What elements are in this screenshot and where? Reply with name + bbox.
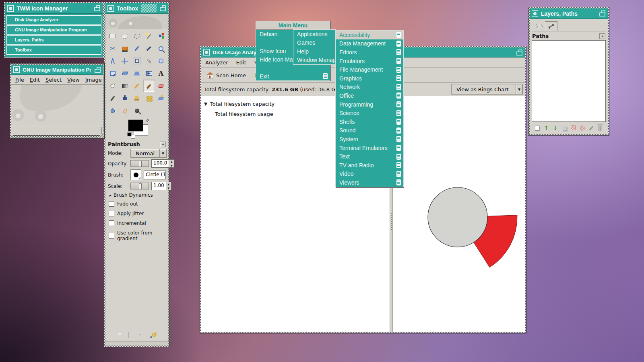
- menu-item-terminal-emulators[interactable]: Terminal Emulators: [336, 144, 403, 152]
- tab-layers[interactable]: [533, 21, 545, 31]
- resize-icon[interactable]: [94, 66, 101, 73]
- spin-up-icon[interactable]: ▲: [169, 160, 174, 164]
- brush-preview-button[interactable]: [130, 169, 141, 180]
- iconify-icon[interactable]: [13, 66, 20, 73]
- pencil-tool[interactable]: [131, 80, 143, 92]
- rings-chart[interactable]: [393, 96, 522, 332]
- move-tool[interactable]: [119, 55, 131, 67]
- select-by-color-tool[interactable]: [155, 30, 167, 42]
- opacity-spinner[interactable]: 100.0 ▲▼: [151, 159, 174, 168]
- bucket-fill-tool[interactable]: [107, 80, 119, 92]
- total-ring[interactable]: [428, 187, 487, 247]
- selection-to-path-button[interactable]: [578, 124, 586, 132]
- resize-icon[interactable]: [516, 49, 523, 56]
- fade-out-checkbox[interactable]: [109, 201, 114, 207]
- brush-name-field[interactable]: Circle (11): [144, 171, 166, 179]
- menu-item-shells[interactable]: Shells: [336, 117, 403, 126]
- perspective-tool[interactable]: [131, 67, 143, 80]
- view-selector[interactable]: View as Rings Chart ▼: [451, 84, 523, 95]
- iconmgr-item-toolbox[interactable]: Toolbox: [6, 45, 101, 55]
- align-tool[interactable]: [131, 55, 143, 67]
- gimp-canvas[interactable]: [11, 85, 103, 125]
- iconify-icon[interactable]: [532, 10, 538, 17]
- resize-icon[interactable]: [599, 10, 606, 17]
- menu-item-graphics[interactable]: Graphics: [336, 74, 403, 83]
- titlebar-layers-paths[interactable]: Layers, Paths: [530, 8, 608, 19]
- brush-dynamics-expander[interactable]: ▸ Brush Dynamics: [105, 191, 168, 199]
- resize-icon[interactable]: [94, 5, 101, 12]
- shear-tool[interactable]: [119, 67, 131, 80]
- perspective-clone-tool[interactable]: [155, 92, 167, 105]
- color-picker-tool[interactable]: [143, 42, 155, 55]
- menu-view[interactable]: View: [67, 77, 80, 83]
- menu-edit[interactable]: Edit: [30, 77, 40, 83]
- path-to-selection-button[interactable]: [569, 124, 577, 132]
- lower-path-button[interactable]: ↓: [551, 124, 559, 132]
- menu-item-network[interactable]: Network: [336, 83, 403, 92]
- menu-select[interactable]: Select: [45, 77, 62, 83]
- scan-home-button[interactable]: Scan Home: [204, 71, 249, 80]
- use-color-gradient-checkbox[interactable]: [109, 233, 114, 239]
- spin-down-icon[interactable]: ▼: [166, 186, 171, 190]
- zoom-tool[interactable]: [155, 42, 167, 55]
- incremental-checkbox[interactable]: [109, 220, 114, 226]
- spin-down-icon[interactable]: ▼: [169, 164, 174, 168]
- menu-analyzer[interactable]: Analyzer: [205, 60, 228, 66]
- menu-file[interactable]: File: [15, 77, 24, 83]
- menu-item-programming[interactable]: Programming: [336, 100, 403, 109]
- opacity-slider[interactable]: [130, 160, 149, 167]
- rotate-tool[interactable]: [155, 55, 167, 67]
- stroke-path-button[interactable]: [587, 124, 595, 132]
- delete-path-button[interactable]: [596, 124, 604, 132]
- raise-path-button[interactable]: ↑: [542, 124, 550, 132]
- iconify-icon[interactable]: [7, 5, 14, 12]
- dodge-burn-tool[interactable]: [131, 105, 143, 117]
- menu-item-editors[interactable]: Editors: [336, 48, 403, 57]
- spin-up-icon[interactable]: ▲: [166, 182, 171, 186]
- crop-tool[interactable]: [143, 55, 155, 67]
- tab-paths[interactable]: [545, 21, 557, 31]
- foreground-color-swatch[interactable]: [128, 119, 143, 132]
- paths-tool[interactable]: [131, 42, 143, 55]
- iconify-icon[interactable]: [107, 5, 114, 12]
- scale-slider[interactable]: [130, 183, 149, 189]
- menu-image[interactable]: Image: [85, 77, 102, 83]
- collapse-panel-icon[interactable]: ◂: [599, 33, 605, 39]
- reset-options-icon[interactable]: ↺: [151, 332, 157, 338]
- collapse-panel-icon[interactable]: ◂: [160, 142, 166, 147]
- new-path-button[interactable]: [533, 124, 541, 132]
- menu-item-applications[interactable]: Applications: [293, 30, 336, 39]
- menu-item-video[interactable]: Video: [336, 170, 403, 179]
- resize-icon[interactable]: [159, 5, 166, 12]
- menu-item-games[interactable]: Games: [293, 39, 336, 47]
- scissors-select-tool[interactable]: ✂: [107, 42, 119, 55]
- menu-edit[interactable]: Edit: [236, 60, 246, 66]
- paths-list[interactable]: [532, 40, 606, 122]
- gradient-tool[interactable]: [119, 80, 131, 92]
- expander-icon[interactable]: ▼: [201, 101, 210, 107]
- blur-tool[interactable]: [107, 105, 119, 117]
- text-tool[interactable]: A: [155, 67, 167, 80]
- scale-spinner[interactable]: 1.00 ▲▼: [151, 182, 171, 190]
- eraser-tool[interactable]: [155, 80, 167, 92]
- menu-item-emulators[interactable]: Emulators: [336, 57, 403, 66]
- scale-tool[interactable]: [107, 67, 119, 80]
- airbrush-tool[interactable]: [107, 92, 119, 105]
- rectangle-select-tool[interactable]: [107, 30, 119, 42]
- menu-item-help[interactable]: Help: [293, 47, 336, 56]
- menu-item-text[interactable]: Text: [336, 152, 403, 161]
- free-select-tool[interactable]: [131, 30, 143, 42]
- restore-options-icon[interactable]: [128, 332, 129, 338]
- default-colors-icon[interactable]: [127, 132, 135, 139]
- duplicate-path-button[interactable]: [560, 124, 568, 132]
- iconmgr-item-layers-paths[interactable]: Layers, Paths: [6, 35, 101, 45]
- titlebar-icon-manager[interactable]: TWM Icon Manager: [5, 3, 103, 14]
- ink-tool[interactable]: [119, 92, 131, 105]
- swap-colors-icon[interactable]: ⇄: [144, 117, 151, 124]
- apply-jitter-checkbox[interactable]: [109, 211, 114, 216]
- flip-tool[interactable]: [143, 67, 155, 80]
- iconmgr-item-gimp[interactable]: GNU Image Manipulation Program: [6, 25, 101, 35]
- smudge-tool[interactable]: [119, 105, 131, 117]
- titlebar-gimp[interactable]: GNU Image Manipulation Program: [11, 65, 103, 75]
- menu-item-office[interactable]: Office: [336, 91, 403, 100]
